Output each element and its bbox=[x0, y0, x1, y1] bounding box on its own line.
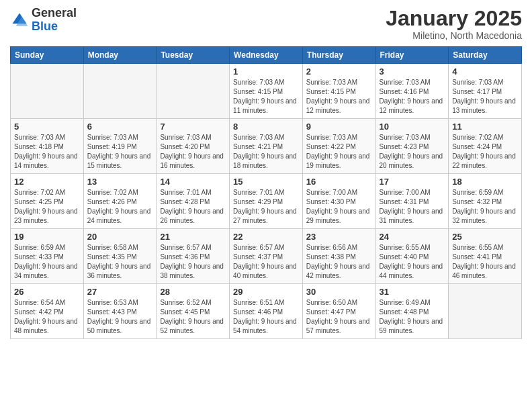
logo-icon bbox=[10, 11, 29, 30]
day-number: 30 bbox=[306, 287, 372, 297]
day-number: 17 bbox=[380, 177, 445, 187]
col-tuesday: Tuesday bbox=[157, 47, 230, 64]
calendar-week-4: 19 Sunrise: 6:59 AM Sunset: 4:33 PM Dayl… bbox=[11, 229, 522, 284]
day-number: 4 bbox=[452, 66, 518, 77]
logo-blue: Blue bbox=[32, 19, 58, 33]
calendar-cell-w5-d5: 30 Sunrise: 6:50 AM Sunset: 4:47 PM Dayl… bbox=[302, 284, 375, 339]
calendar-week-3: 12 Sunrise: 7:02 AM Sunset: 4:25 PM Dayl… bbox=[11, 174, 522, 229]
calendar-cell-w2-d7: 11 Sunrise: 7:02 AM Sunset: 4:24 PM Dayl… bbox=[449, 119, 522, 174]
day-info: Sunrise: 7:02 AM Sunset: 4:26 PM Dayligh… bbox=[87, 188, 153, 226]
day-number: 26 bbox=[14, 287, 80, 297]
page: General Blue January 2025 Miletino, Nort… bbox=[0, 0, 532, 411]
day-number: 27 bbox=[87, 287, 153, 297]
day-number: 18 bbox=[452, 177, 518, 187]
day-number: 12 bbox=[14, 177, 80, 187]
col-thursday: Thursday bbox=[302, 47, 375, 64]
calendar-cell-w1-d1 bbox=[11, 64, 84, 119]
day-number: 11 bbox=[452, 122, 518, 132]
day-info: Sunrise: 6:52 AM Sunset: 4:45 PM Dayligh… bbox=[160, 298, 226, 336]
day-info: Sunrise: 7:03 AM Sunset: 4:20 PM Dayligh… bbox=[160, 133, 226, 171]
day-number: 19 bbox=[14, 232, 80, 242]
col-friday: Friday bbox=[375, 47, 449, 64]
calendar-cell-w3-d7: 18 Sunrise: 6:59 AM Sunset: 4:32 PM Dayl… bbox=[449, 174, 522, 229]
calendar-cell-w2-d3: 7 Sunrise: 7:03 AM Sunset: 4:20 PM Dayli… bbox=[157, 119, 230, 174]
day-info: Sunrise: 6:56 AM Sunset: 4:38 PM Dayligh… bbox=[306, 243, 372, 281]
calendar-cell-w1-d3 bbox=[157, 64, 230, 119]
calendar-cell-w2-d4: 8 Sunrise: 7:03 AM Sunset: 4:21 PM Dayli… bbox=[230, 119, 303, 174]
calendar-cell-w1-d4: 1 Sunrise: 7:03 AM Sunset: 4:15 PM Dayli… bbox=[230, 64, 303, 119]
calendar-cell-w3-d6: 17 Sunrise: 7:00 AM Sunset: 4:31 PM Dayl… bbox=[375, 174, 449, 229]
calendar-cell-w4-d2: 20 Sunrise: 6:58 AM Sunset: 4:35 PM Dayl… bbox=[83, 229, 157, 284]
col-sunday: Sunday bbox=[11, 47, 84, 64]
calendar-cell-w1-d5: 2 Sunrise: 7:03 AM Sunset: 4:15 PM Dayli… bbox=[302, 64, 375, 119]
calendar-cell-w3-d2: 13 Sunrise: 7:02 AM Sunset: 4:26 PM Dayl… bbox=[83, 174, 157, 229]
day-number: 15 bbox=[233, 177, 299, 187]
day-number: 22 bbox=[233, 232, 299, 242]
day-info: Sunrise: 7:00 AM Sunset: 4:30 PM Dayligh… bbox=[306, 188, 372, 226]
day-number: 5 bbox=[14, 122, 80, 132]
calendar-cell-w5-d4: 29 Sunrise: 6:51 AM Sunset: 4:46 PM Dayl… bbox=[230, 284, 303, 339]
day-info: Sunrise: 7:02 AM Sunset: 4:24 PM Dayligh… bbox=[452, 133, 518, 171]
calendar-cell-w2-d5: 9 Sunrise: 7:03 AM Sunset: 4:22 PM Dayli… bbox=[302, 119, 375, 174]
day-info: Sunrise: 6:55 AM Sunset: 4:41 PM Dayligh… bbox=[452, 243, 518, 281]
logo-text: General Blue bbox=[32, 7, 77, 34]
title-block: January 2025 Miletino, North Macedonia bbox=[386, 7, 522, 41]
day-number: 25 bbox=[452, 232, 518, 242]
day-info: Sunrise: 7:03 AM Sunset: 4:23 PM Dayligh… bbox=[380, 133, 445, 171]
calendar-cell-w2-d6: 10 Sunrise: 7:03 AM Sunset: 4:23 PM Dayl… bbox=[375, 119, 449, 174]
calendar-cell-w3-d3: 14 Sunrise: 7:01 AM Sunset: 4:28 PM Dayl… bbox=[157, 174, 230, 229]
day-number: 29 bbox=[233, 287, 299, 297]
calendar-cell-w4-d3: 21 Sunrise: 6:57 AM Sunset: 4:36 PM Dayl… bbox=[157, 229, 230, 284]
day-number: 13 bbox=[87, 177, 153, 187]
day-info: Sunrise: 6:53 AM Sunset: 4:43 PM Dayligh… bbox=[87, 298, 153, 336]
day-info: Sunrise: 7:00 AM Sunset: 4:31 PM Dayligh… bbox=[380, 188, 445, 226]
month-title: January 2025 bbox=[386, 7, 522, 30]
col-saturday: Saturday bbox=[449, 47, 522, 64]
calendar-cell-w5-d2: 27 Sunrise: 6:53 AM Sunset: 4:43 PM Dayl… bbox=[83, 284, 157, 339]
calendar-cell-w4-d1: 19 Sunrise: 6:59 AM Sunset: 4:33 PM Dayl… bbox=[11, 229, 84, 284]
col-monday: Monday bbox=[83, 47, 157, 64]
logo-general: General bbox=[32, 6, 77, 19]
calendar-cell-w4-d4: 22 Sunrise: 6:57 AM Sunset: 4:37 PM Dayl… bbox=[230, 229, 303, 284]
day-number: 24 bbox=[380, 232, 445, 242]
day-info: Sunrise: 7:03 AM Sunset: 4:16 PM Dayligh… bbox=[380, 78, 445, 116]
day-number: 2 bbox=[306, 66, 372, 77]
logo: General Blue bbox=[10, 7, 77, 34]
day-info: Sunrise: 6:54 AM Sunset: 4:42 PM Dayligh… bbox=[14, 298, 80, 336]
day-info: Sunrise: 6:57 AM Sunset: 4:36 PM Dayligh… bbox=[160, 243, 226, 281]
calendar-table: Sunday Monday Tuesday Wednesday Thursday… bbox=[10, 46, 522, 339]
day-info: Sunrise: 6:59 AM Sunset: 4:33 PM Dayligh… bbox=[14, 243, 80, 281]
header: General Blue January 2025 Miletino, Nort… bbox=[10, 7, 522, 41]
day-info: Sunrise: 7:03 AM Sunset: 4:18 PM Dayligh… bbox=[14, 133, 80, 171]
day-info: Sunrise: 6:50 AM Sunset: 4:47 PM Dayligh… bbox=[306, 298, 372, 336]
calendar-cell-w1-d7: 4 Sunrise: 7:03 AM Sunset: 4:17 PM Dayli… bbox=[449, 64, 522, 119]
day-number: 7 bbox=[160, 122, 226, 132]
calendar-cell-w5-d6: 31 Sunrise: 6:49 AM Sunset: 4:48 PM Dayl… bbox=[375, 284, 449, 339]
day-info: Sunrise: 7:02 AM Sunset: 4:25 PM Dayligh… bbox=[14, 188, 80, 226]
calendar-cell-w3-d1: 12 Sunrise: 7:02 AM Sunset: 4:25 PM Dayl… bbox=[11, 174, 84, 229]
day-info: Sunrise: 7:01 AM Sunset: 4:28 PM Dayligh… bbox=[160, 188, 226, 226]
calendar-week-2: 5 Sunrise: 7:03 AM Sunset: 4:18 PM Dayli… bbox=[11, 119, 522, 174]
calendar-cell-w1-d6: 3 Sunrise: 7:03 AM Sunset: 4:16 PM Dayli… bbox=[375, 64, 449, 119]
calendar-cell-w4-d7: 25 Sunrise: 6:55 AM Sunset: 4:41 PM Dayl… bbox=[449, 229, 522, 284]
calendar-cell-w3-d5: 16 Sunrise: 7:00 AM Sunset: 4:30 PM Dayl… bbox=[302, 174, 375, 229]
calendar-cell-w4-d6: 24 Sunrise: 6:55 AM Sunset: 4:40 PM Dayl… bbox=[375, 229, 449, 284]
calendar-cell-w2-d2: 6 Sunrise: 7:03 AM Sunset: 4:19 PM Dayli… bbox=[83, 119, 157, 174]
day-info: Sunrise: 6:51 AM Sunset: 4:46 PM Dayligh… bbox=[233, 298, 299, 336]
day-info: Sunrise: 6:58 AM Sunset: 4:35 PM Dayligh… bbox=[87, 243, 153, 281]
calendar-cell-w1-d2 bbox=[83, 64, 157, 119]
day-number: 8 bbox=[233, 122, 299, 132]
day-number: 6 bbox=[87, 122, 153, 132]
day-number: 10 bbox=[380, 122, 445, 132]
calendar-cell-w4-d5: 23 Sunrise: 6:56 AM Sunset: 4:38 PM Dayl… bbox=[302, 229, 375, 284]
day-info: Sunrise: 7:03 AM Sunset: 4:19 PM Dayligh… bbox=[87, 133, 153, 171]
day-info: Sunrise: 7:03 AM Sunset: 4:15 PM Dayligh… bbox=[306, 78, 372, 116]
day-info: Sunrise: 7:03 AM Sunset: 4:15 PM Dayligh… bbox=[233, 78, 299, 116]
day-info: Sunrise: 6:55 AM Sunset: 4:40 PM Dayligh… bbox=[380, 243, 445, 281]
day-info: Sunrise: 6:57 AM Sunset: 4:37 PM Dayligh… bbox=[233, 243, 299, 281]
day-info: Sunrise: 7:03 AM Sunset: 4:22 PM Dayligh… bbox=[306, 133, 372, 171]
calendar-week-5: 26 Sunrise: 6:54 AM Sunset: 4:42 PM Dayl… bbox=[11, 284, 522, 339]
day-number: 1 bbox=[233, 66, 299, 77]
day-number: 21 bbox=[160, 232, 226, 242]
calendar-week-1: 1 Sunrise: 7:03 AM Sunset: 4:15 PM Dayli… bbox=[11, 64, 522, 119]
